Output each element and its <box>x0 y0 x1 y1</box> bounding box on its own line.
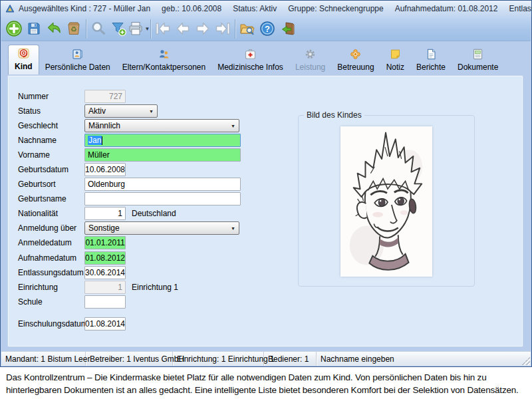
field-label-nachname: Nachname <box>18 136 84 145</box>
field-value: Oldenburg <box>88 180 125 189</box>
undo-button[interactable] <box>44 19 64 39</box>
title-segment: Status: Aktiv <box>233 4 277 13</box>
field-label-anmeldung-ueber: Anmeldung über <box>18 223 84 233</box>
tab-label: Medizinische Infos <box>217 63 283 72</box>
save-button[interactable] <box>24 19 44 39</box>
field-label-geburtsort: Geburtsort <box>18 180 84 189</box>
tab-label: Persönliche Daten <box>45 63 110 72</box>
status-item: Betreiber: 1 Iventus GmbH <box>86 352 173 366</box>
help-button[interactable]: ? <box>257 19 277 39</box>
save-icon <box>25 20 43 37</box>
field-label-aufnahmedatum: Aufnahmedatum <box>18 253 84 263</box>
anmeldung-ueber-select[interactable]: Sonstige▼ <box>84 221 239 235</box>
form-row-einrichtung: Einrichtung1Einrichtung 1 <box>18 281 297 294</box>
status-select[interactable]: Aktiv▼ <box>84 104 158 118</box>
new-button[interactable] <box>4 19 24 39</box>
entlassungsdatum-input[interactable]: 30.06.2014 <box>84 266 126 279</box>
tab-eltern-kontaktpersonen[interactable]: Eltern/Kontaktpersonen <box>116 46 211 74</box>
field-label-geschlecht: Geschlecht <box>18 121 84 130</box>
nav-next-icon <box>194 20 211 37</box>
nationalitaet-input[interactable]: 1 <box>84 207 126 220</box>
form-row-nachname: NachnameJan <box>18 134 297 147</box>
svg-text:♻: ♻ <box>70 25 77 33</box>
tab-dokumente[interactable]: Dokumente <box>452 46 504 74</box>
field-label-status: Status <box>18 106 84 116</box>
nachname-input[interactable]: Jan <box>84 134 241 147</box>
people-icon <box>158 49 170 60</box>
undo-icon <box>45 20 63 37</box>
status-item: Einrichtung: 1 Einrichtung 1 <box>173 352 264 366</box>
field-label-geburtsname: Geburtsname <box>18 194 84 203</box>
help-icon: ? <box>259 20 276 37</box>
geburtsdatum-input[interactable]: 10.06.2008 <box>84 163 126 176</box>
note-icon <box>390 49 401 60</box>
app-logo-icon <box>5 4 15 13</box>
form-row-anmeldung-ueber: Anmeldung überSonstige▼ <box>18 221 297 235</box>
tab-betreuung[interactable]: Betreuung <box>331 46 380 74</box>
delete-recycle-button[interactable]: ♻ <box>64 19 84 39</box>
field-label-schule: Schule <box>18 297 84 307</box>
application-window: Ausgewähltes Kind : 727 - Müller Jangeb.… <box>0 0 532 367</box>
groupbox-title: Bild des Kindes <box>304 110 364 120</box>
form-row-geburtsname: Geburtsname <box>18 192 297 205</box>
einrichtung-input: 1 <box>84 281 126 294</box>
title-segment: Gruppe: Schneckengruppe <box>288 4 383 13</box>
field-value: 01.01.2011 <box>85 238 124 247</box>
dropdown-caret-icon[interactable]: ▼ <box>145 26 150 32</box>
title-segment: Aufnahmedatum: 01.08.2012 <box>395 4 498 13</box>
field-label-nationalitaet: Nationalität <box>18 209 84 218</box>
form-row-aufnahmedatum: Aufnahmedatum01.08.2012 <box>18 251 297 265</box>
tab-persoenliche-daten[interactable]: Persönliche Daten <box>39 46 116 74</box>
tab-label: Kind <box>15 62 33 71</box>
child-form-panel: Nummer727StatusAktiv▼GeschlechtMännlich▼… <box>7 75 523 347</box>
field-suffix-nationalitaet: Deutschland <box>132 209 176 218</box>
nummer-input: 727 <box>84 90 126 103</box>
new-icon <box>5 20 23 37</box>
find-record-button[interactable] <box>237 19 257 39</box>
title-segment: geb.: 10.06.2008 <box>162 4 221 13</box>
nav-last-icon <box>214 20 231 37</box>
filter-add-button[interactable] <box>108 19 128 39</box>
field-value: 01.08.2012 <box>85 253 125 263</box>
form-row-nationalitaet: Nationalität1Deutschland <box>18 207 297 220</box>
tab-berichte[interactable]: Berichte <box>410 46 452 74</box>
recycle-icon: ♻ <box>65 20 82 37</box>
resize-grip[interactable] <box>522 357 530 365</box>
svg-text:?: ? <box>265 24 270 34</box>
geburtsort-input[interactable]: Oldenburg <box>84 178 241 191</box>
field-label-anmeldedatum: Anmeldedatum <box>18 238 84 247</box>
field-label-geburtsdatum: Geburtsdatum <box>18 165 84 174</box>
chevron-down-icon: ▼ <box>149 109 154 114</box>
chevron-down-icon: ▼ <box>231 124 235 128</box>
search-button[interactable] <box>88 19 108 39</box>
einschulungsdatum-input[interactable]: 01.08.2014 <box>84 317 126 331</box>
last-record-button[interactable] <box>213 19 233 39</box>
form-row-entlassungsdatum: Entlassungsdatum30.06.2014 <box>18 266 297 279</box>
tab-medizinische-infos[interactable]: Medizinische Infos <box>211 46 289 74</box>
form-row-geburtsdatum: Geburtsdatum10.06.2008 <box>18 163 297 176</box>
tab-leistung: Leistung <box>289 46 331 74</box>
caption-text: Das Kontrollzentrum – Die Kindermaske bi… <box>0 367 532 399</box>
text-caret <box>102 136 102 145</box>
exit-button[interactable] <box>277 19 297 39</box>
geschlecht-select[interactable]: Männlich▼ <box>84 119 239 132</box>
print-button[interactable]: ▼ <box>128 19 148 39</box>
folder-search-icon <box>239 20 256 37</box>
tab-kind[interactable]: Kind <box>8 45 39 74</box>
geburtsname-input[interactable] <box>84 192 241 205</box>
tab-notiz[interactable]: Notiz <box>380 46 410 74</box>
first-record-button[interactable] <box>153 19 173 39</box>
window-title: Ausgewähltes Kind : 727 - Müller Jangeb.… <box>19 4 532 13</box>
field-value: 01.08.2014 <box>85 319 125 329</box>
anmeldedatum-input[interactable]: 01.01.2011 <box>84 236 126 249</box>
previous-record-button[interactable] <box>173 19 193 39</box>
status-item: Nachname eingeben <box>317 352 531 366</box>
next-record-button[interactable] <box>193 19 213 39</box>
schule-input[interactable] <box>84 295 126 309</box>
vorname-input[interactable]: Müller <box>84 148 241 162</box>
medical-icon <box>245 49 256 60</box>
field-label-nummer: Nummer <box>18 92 84 101</box>
tab-label: Dokumente <box>458 63 498 72</box>
aufnahmedatum-input[interactable]: 01.08.2012 <box>84 251 126 265</box>
field-label-vorname: Vorname <box>18 150 84 160</box>
